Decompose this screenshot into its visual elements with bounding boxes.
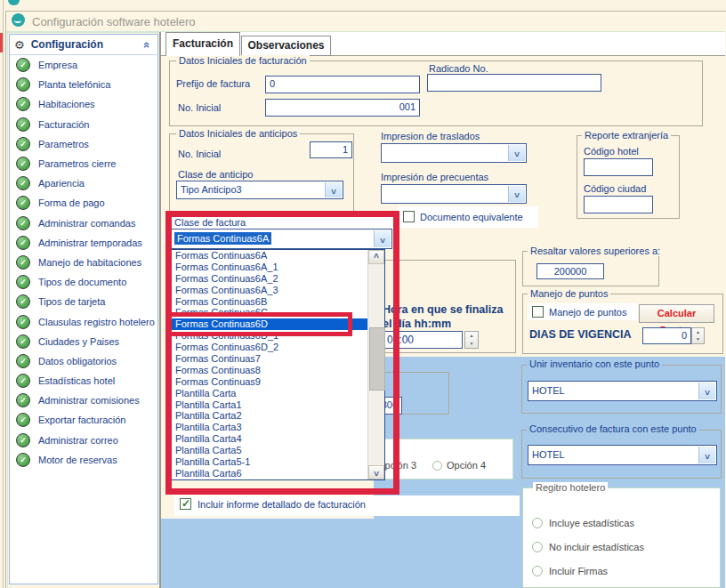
highlight-values-input[interactable]: 200000	[536, 263, 604, 279]
screen: Configuración software hotelero ⚙ Config…	[0, 0, 726, 588]
check-circle-icon: ✓	[16, 413, 30, 427]
day-end-time-spinner[interactable]: ▲▼	[464, 331, 479, 349]
tab-facturacion[interactable]: Facturación	[165, 32, 240, 56]
check-circle-icon: ✓	[16, 58, 30, 72]
sidebar-item[interactable]: ✓Datos obligatorios	[11, 351, 157, 371]
consecutive-combobox[interactable]: HOTEL ^	[528, 445, 717, 465]
check-circle-icon: ✓	[16, 137, 30, 151]
sidebar-item-label: Motor de reservas	[38, 455, 117, 465]
sidebar-item[interactable]: ✓Administrar comisiones	[11, 391, 157, 410]
chevron-down-icon: ^	[331, 184, 336, 194]
no-inicial-input[interactable]: 001	[265, 99, 420, 117]
sidebar-item[interactable]: ✓Parametros	[11, 134, 157, 154]
check-circle-icon: ✓	[16, 97, 30, 111]
registry-radio[interactable]	[532, 566, 543, 576]
inventory-combobox[interactable]: HOTEL ^	[528, 381, 717, 401]
sidebar-item[interactable]: ✓Ciudades y Paises	[11, 332, 157, 351]
option4-radio[interactable]	[432, 461, 442, 471]
sidebar-item[interactable]: ✓Planta telefónica	[11, 75, 157, 94]
spinner-down-icon[interactable]: ▼	[692, 335, 704, 343]
advances-inicial-input[interactable]: 1	[310, 141, 352, 158]
sidebar-items: ✓Empresa✓Planta telefónica✓Habitaciones✓…	[11, 55, 157, 584]
chevron-down-icon: ^	[514, 148, 520, 157]
tab-observaciones[interactable]: Observaciones	[241, 36, 331, 56]
sidebar-item-label: Apariencia	[38, 178, 85, 189]
sidebar-item[interactable]: ✓Clausulas registro hotelero	[11, 311, 157, 331]
sidebar-item[interactable]: ✓Manejo de habitaciones	[11, 253, 157, 272]
radicado-input[interactable]	[427, 74, 601, 92]
dias-vigencia-spinner[interactable]: ▲▼	[691, 327, 705, 344]
window-title: Configuración software hotelero	[32, 15, 196, 28]
documento-equivalente-label: Documento equivalente	[420, 212, 523, 222]
registry-radio-label: Incluye estadísticas	[549, 518, 634, 528]
sidebar-content-divider	[159, 32, 161, 588]
sidebar-item[interactable]: ✓Forma de pago	[11, 193, 157, 213]
registry-radio-label: Incluir Firmas	[549, 566, 608, 576]
sidebar-item[interactable]: ✓Estadísticas hotel	[11, 371, 157, 391]
traslados-dropdown-button[interactable]: ^	[508, 145, 525, 161]
check-circle-icon: ✓	[16, 453, 30, 467]
points-checkbox[interactable]	[532, 306, 544, 318]
traslados-combobox[interactable]: ^	[381, 143, 527, 163]
clase-anticipo-dropdown-button[interactable]: ^	[325, 182, 342, 197]
spinner-down-icon[interactable]: ▼	[465, 340, 478, 348]
precuentas-dropdown-button[interactable]: ^	[508, 186, 525, 202]
sidebar-item[interactable]: ✓Parametros cierre	[11, 154, 157, 173]
highlight-values-title: Resaltar valores superiores a:	[528, 246, 663, 256]
sidebar-item-label: Administrar comisiones	[38, 395, 140, 406]
sidebar-item-label: Ciudades y Paises	[38, 336, 119, 347]
sidebar-item[interactable]: ✓Habitaciones	[11, 94, 157, 114]
sidebar-item-label: Planta telefónica	[38, 79, 110, 90]
precuentas-label: Impresión de precuentas	[381, 172, 488, 182]
registry-radio[interactable]	[532, 518, 543, 528]
inventory-dropdown-button[interactable]: ^	[698, 383, 715, 399]
points-checkbox-label: Manejo de puntos	[549, 307, 626, 318]
sidebar-header[interactable]: ⚙ Configuración «	[10, 35, 157, 55]
check-circle-icon: ✓	[16, 433, 30, 447]
sidebar-item[interactable]: ✓Motor de reservas	[11, 450, 157, 470]
inventory-group-title: Unir inventario con este punto	[527, 358, 662, 369]
advances-group-title: Datos Iniciales de anticipos	[176, 128, 300, 139]
sidebar-item[interactable]: ✓Apariencia	[11, 173, 157, 193]
sidebar-item-label: Parametros	[38, 139, 89, 149]
clase-anticipo-combobox[interactable]: Tipo Anticipo3 ^	[176, 181, 343, 199]
dias-vigencia-label: DIAS DE VIGENCIA	[529, 328, 632, 341]
sidebar-item[interactable]: ✓Tipos de tarjeta	[11, 292, 157, 311]
check-circle-icon: ✓	[16, 216, 30, 230]
calcular-puntos-button[interactable]: Calcular Puntos	[639, 304, 714, 323]
registry-radio[interactable]	[532, 542, 543, 552]
hotel-registry-radios: Incluye estadísticasNo incluir estadísti…	[532, 511, 644, 583]
sidebar-item[interactable]: ✓Tipos de documento	[11, 272, 157, 292]
points-group-title: Manejo de puntos	[528, 288, 610, 299]
sidebar-item-label: Clausulas registro hotelero	[38, 317, 155, 327]
sidebar-item[interactable]: ✓Empresa	[11, 55, 157, 75]
sidebar-item[interactable]: ✓Administrar temporadas	[11, 233, 157, 253]
sidebar-item-label: Empresa	[38, 60, 77, 70]
billing-group-title: Datos Iniciales de facturación	[176, 55, 310, 66]
codigo-hotel-input[interactable]	[584, 158, 653, 176]
sidebar-item[interactable]: ✓Exportar facturación	[11, 410, 157, 430]
day-end-line1: Hora en que se finaliza	[383, 303, 503, 316]
consecutive-dropdown-button[interactable]: ^	[698, 447, 715, 463]
consecutive-group-title: Consecutivo de factura con este punto	[527, 423, 699, 434]
check-circle-icon: ✓	[16, 354, 30, 368]
spinner-up-icon[interactable]: ▲	[465, 332, 478, 340]
prefijo-input[interactable]: 0	[265, 76, 420, 93]
precuentas-combobox[interactable]: ^	[381, 184, 527, 204]
check-circle-icon: ✓	[16, 117, 30, 132]
option4-label: Opción 4	[447, 460, 486, 471]
sidebar-item-label: Datos obligatorios	[38, 356, 117, 366]
sidebar-item[interactable]: ✓Administrar comandas	[11, 213, 157, 233]
gear-icon: ⚙	[14, 38, 25, 52]
sidebar-item-label: Exportar facturación	[38, 415, 125, 425]
collapse-chevron-icon[interactable]: «	[141, 41, 154, 47]
dias-vigencia-input[interactable]: 0	[642, 327, 691, 344]
codigo-ciudad-input[interactable]	[584, 196, 653, 213]
registry-radio-label: No incluir estadísticas	[549, 542, 644, 552]
detailed-report-checkbox[interactable]	[180, 498, 191, 510]
documento-equivalente-checkbox[interactable]	[403, 211, 415, 222]
registry-radio-row: Incluye estadísticas	[532, 511, 644, 535]
sidebar-header-label: Configuración	[31, 38, 144, 51]
sidebar-item[interactable]: ✓Administrar correo	[11, 431, 157, 450]
sidebar-item[interactable]: ✓Facturación	[11, 115, 157, 134]
